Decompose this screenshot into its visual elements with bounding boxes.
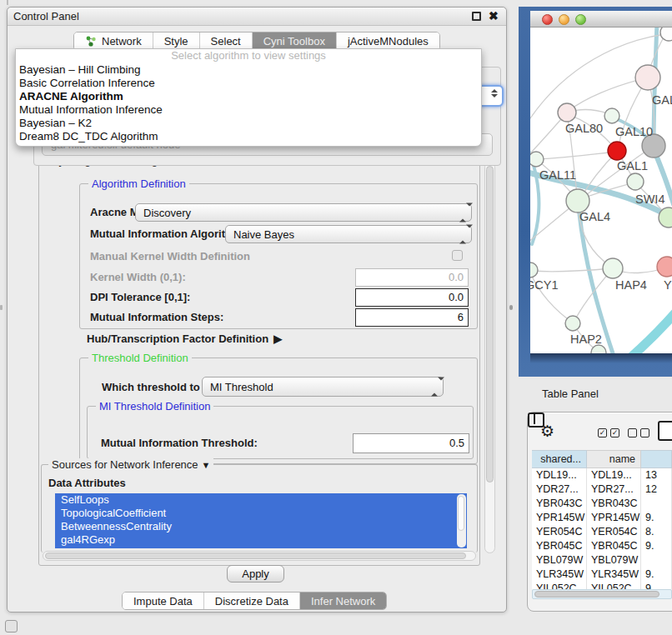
column-header-shared-name[interactable]: shared... [532, 450, 587, 468]
list-item-betweennesscentrality[interactable]: BetweennessCentrality [55, 520, 467, 533]
kernel-width-field[interactable]: 0.0 [355, 268, 469, 287]
node-gal1[interactable] [627, 173, 644, 190]
close-traffic-light[interactable] [542, 14, 553, 25]
tab-infer-network[interactable]: Infer Network [300, 592, 386, 609]
combo-arrows-icon [459, 228, 465, 241]
menu-item-bayesian-hill-climbing[interactable]: Bayesian – Hill Climbing [16, 63, 481, 77]
table-row[interactable]: YDR27...YDR27...12 [532, 482, 672, 497]
mi-threshold-group: MI Threshold Definition Mutual Informati… [87, 406, 474, 459]
node-bottom[interactable] [591, 345, 606, 353]
zoom-traffic-light[interactable] [575, 14, 586, 25]
edge[interactable] [537, 152, 616, 159]
menu-item-bayesian-k2[interactable]: Bayesian – K2 [16, 117, 481, 130]
node-hap4[interactable] [603, 258, 623, 278]
node-label: GAL4 [579, 210, 610, 223]
network-graph: GAL GAL80 GAL10 GAL1 GAL11 SWI4 GAL4 GCY… [530, 28, 672, 353]
table-row[interactable]: YLR345WYLR345W9. [532, 568, 672, 582]
node-label: GAL80 [565, 122, 603, 135]
dpi-tolerance-label: DPI Tolerance [0,1]: [90, 291, 190, 303]
column-header-name[interactable]: name [587, 450, 641, 468]
node-label: SWI4 [635, 192, 664, 206]
split-pane-handle[interactable] [509, 305, 513, 310]
node-salmon-right[interactable] [657, 257, 672, 277]
table-settings-gear-icon[interactable]: ⚙ [540, 422, 554, 441]
manual-kernel-checkbox[interactable] [452, 250, 463, 261]
tab-style[interactable]: Style [153, 32, 200, 50]
data-attributes-label: Data Attributes [48, 477, 126, 489]
scrollbar-thumb[interactable] [534, 591, 659, 598]
scrollbar-thumb[interactable] [45, 552, 466, 559]
node-partial-top[interactable] [660, 28, 672, 41]
node-gal4[interactable] [566, 189, 589, 212]
settings-horizontal-scrollbar[interactable] [43, 551, 476, 561]
list-item-topologicalcoefficient[interactable]: TopologicalCoefficient [55, 507, 467, 520]
list-scrollbar[interactable] [457, 494, 466, 548]
column-header-partial[interactable] [641, 450, 672, 468]
dpi-tolerance-field[interactable]: 0.0 [355, 288, 469, 307]
node-gal80[interactable] [558, 103, 576, 122]
node-label: GAL10 [615, 125, 653, 138]
network-icon [85, 36, 97, 47]
sources-title[interactable]: Sources for Network Inference▼ [48, 458, 213, 471]
edge[interactable] [579, 206, 614, 353]
mi-type-combobox[interactable]: Naive Bayes [225, 225, 472, 243]
control-panel-titlebar[interactable]: Control Panel ✖ [8, 8, 506, 26]
table-row[interactable]: YIL052CYIL052C9. [532, 582, 672, 589]
node-label: GAL [652, 93, 672, 107]
hub-definition-expander[interactable]: Hub/Transcription Factor Definition▶ [87, 332, 282, 345]
table-row[interactable]: YDL19...YDL19...13 [532, 468, 672, 482]
menu-item-dream8[interactable]: Dream8 DC_TDC Algorithm [16, 130, 481, 143]
network-view-window[interactable]: GAL GAL80 GAL10 GAL1 GAL11 SWI4 GAL4 GCY… [519, 7, 672, 377]
window-title: Control Panel [13, 10, 79, 22]
edge[interactable] [574, 269, 612, 322]
tab-jactivemnodules[interactable]: jActiveMNodules [337, 32, 439, 50]
select-all-checkboxes-icon[interactable]: ✓✓ [598, 428, 619, 438]
tab-cyni-toolbox[interactable]: Cyni Toolbox [253, 32, 337, 50]
mi-threshold-field[interactable]: 0.5 [353, 433, 469, 453]
list-item-gal4rgexp[interactable]: gal4RGexp [55, 533, 467, 547]
scrollbar-thumb[interactable] [486, 166, 494, 482]
float-window-icon[interactable] [472, 12, 481, 21]
table-row[interactable]: YBL079WYBL079W [532, 553, 672, 568]
dock-panel-icon[interactable] [5, 620, 18, 632]
menu-item-basic-correlation[interactable]: Basic Correlation Inference [16, 77, 481, 90]
node-gal-top[interactable] [635, 65, 660, 90]
aracne-mode-combobox[interactable]: Discovery [135, 203, 472, 222]
tab-network[interactable]: Network [74, 32, 153, 50]
menu-item-mutual-information[interactable]: Mutual Information Inference [16, 103, 481, 117]
table-row[interactable]: YPR145WYPR145W9. [532, 511, 672, 525]
network-window-titlebar[interactable] [530, 11, 672, 28]
table-row[interactable]: YBR043CYBR043C [532, 497, 672, 511]
node-gal10[interactable] [604, 108, 619, 123]
settings-vertical-scrollbar[interactable] [484, 162, 495, 553]
list-item-selfloops[interactable]: SelfLoops [55, 493, 467, 507]
tab-select[interactable]: Select [200, 32, 253, 50]
minimize-traffic-light[interactable] [559, 14, 569, 25]
table-row[interactable]: YBR045CYBR045C9. [532, 539, 672, 553]
deselect-all-checkboxes-icon[interactable] [628, 428, 649, 438]
node-selected-red[interactable] [608, 142, 626, 160]
expander-expanded-icon: ▼ [202, 460, 211, 470]
close-icon[interactable]: ✖ [489, 9, 499, 22]
mi-steps-field[interactable]: 6 [355, 308, 469, 327]
apply-button[interactable]: Apply [227, 565, 284, 582]
combo-arrows-icon [491, 89, 498, 98]
edge[interactable] [531, 268, 612, 272]
menu-item-aracne[interactable]: ARACNE Algorithm [16, 90, 481, 103]
manual-kernel-label: Manual Kernel Width Definition [90, 250, 250, 262]
node-gcy1[interactable] [530, 262, 538, 278]
node-hap2[interactable] [565, 316, 580, 331]
network-canvas[interactable]: GAL GAL80 GAL10 GAL1 GAL11 SWI4 GAL4 GCY… [530, 28, 672, 353]
new-column-icon[interactable] [658, 421, 672, 441]
threshold-definition-group: Threshold Definition Which threshold to … [79, 358, 478, 464]
table-row[interactable]: YER054CYER054C8. [532, 525, 672, 539]
split-pane-handle[interactable] [0, 305, 3, 310]
threshold-definition-title: Threshold Definition [88, 352, 192, 364]
tab-impute-data[interactable]: Impute Data [123, 592, 204, 609]
node-gal11[interactable] [530, 152, 544, 167]
tab-discretize-data[interactable]: Discretize Data [204, 592, 300, 609]
table-horizontal-scrollbar[interactable] [532, 589, 672, 599]
mi-steps-label: Mutual Information Steps: [90, 311, 223, 323]
which-threshold-combobox[interactable]: MI Threshold [202, 377, 444, 397]
combo-arrows-icon [431, 381, 437, 393]
